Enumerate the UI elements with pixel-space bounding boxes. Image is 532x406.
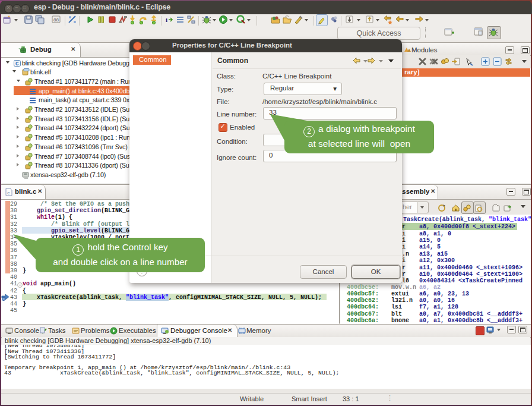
svg-text:C: C [15,61,19,67]
svg-text:88: 88 [53,17,59,23]
svg-text:i: i [166,16,167,23]
svg-text:c: c [7,190,10,196]
